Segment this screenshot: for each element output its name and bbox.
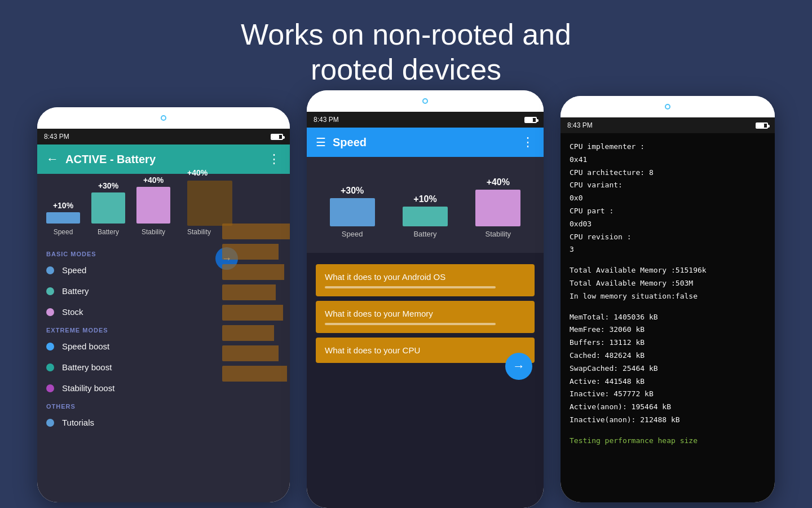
phone-right-status-bar: 8:43 PM bbox=[561, 117, 775, 133]
toolbar-teal: ← ACTIVE - Battery ⋮ bbox=[37, 144, 290, 174]
center-bar-stability: +40% Stability bbox=[475, 177, 520, 238]
phone-left-screen: ← ACTIVE - Battery ⋮ +10% Speed +30% Bat… bbox=[37, 144, 290, 502]
info-cards-wrapper: What it does to your Android OS What it … bbox=[307, 259, 544, 369]
arrow-button-center[interactable]: → bbox=[505, 353, 532, 380]
phone-center-dot bbox=[422, 98, 428, 104]
list-label-stability-boost: Stability boost bbox=[62, 383, 114, 393]
bar-speed-rect bbox=[46, 212, 80, 224]
list-label-tutorials: Tutorials bbox=[62, 418, 94, 427]
phone-left: 8:43 PM ← ACTIVE - Battery ⋮ +10% Speed bbox=[37, 107, 290, 502]
info-card-memory-label: What it does to your Memory bbox=[325, 309, 433, 318]
phone-right-screen: CPU implementer : 0x41 CPU architecture:… bbox=[561, 133, 775, 502]
section-others: OTHERS bbox=[37, 398, 290, 412]
overlay-label: +40% bbox=[187, 168, 232, 177]
bar-stability-top: +40% bbox=[143, 176, 164, 185]
center-stability-bottom: Stability bbox=[486, 230, 511, 238]
cpu-revision-label: CPU revision : bbox=[570, 231, 766, 243]
phone-center-screen: ☰ Speed ⋮ +30% Speed +10% Battery bbox=[307, 128, 544, 508]
total-mem-2: Total Available Memory :503M bbox=[570, 278, 766, 290]
battery-icon-right bbox=[756, 122, 768, 129]
toolbar-blue: ☰ Speed ⋮ bbox=[307, 128, 544, 157]
mem-inactive: Inactive: 457772 kB bbox=[570, 388, 766, 400]
stability-bar-overlay bbox=[187, 181, 232, 226]
dot-battery bbox=[46, 287, 54, 295]
phone-center-top bbox=[307, 90, 544, 112]
center-battery-bottom: Battery bbox=[413, 230, 436, 238]
list-label-speed: Speed bbox=[62, 265, 86, 275]
list-item-tutorials[interactable]: Tutorials bbox=[37, 412, 290, 433]
toolbar-title-center: Speed bbox=[333, 136, 515, 149]
header-title-line1: Works on non-rooted and bbox=[0, 17, 812, 52]
phone-right-dot bbox=[665, 104, 670, 110]
center-stability-top: +40% bbox=[487, 177, 510, 187]
bar-speed-top: +10% bbox=[53, 201, 73, 210]
center-speed-rect bbox=[330, 198, 375, 226]
footer-green: Testing performance heap size bbox=[570, 435, 766, 447]
list-label-battery: Battery bbox=[62, 286, 89, 296]
dot-stock bbox=[46, 308, 54, 316]
mem-active: Active: 441548 kB bbox=[570, 376, 766, 388]
center-speed-bottom: Speed bbox=[342, 230, 363, 238]
total-mem-1: Total Available Memory :515196k bbox=[570, 265, 766, 277]
dot-battery-boost bbox=[46, 364, 54, 371]
info-card-memory-bar bbox=[325, 323, 496, 325]
list-label-stock: Stock bbox=[62, 307, 83, 317]
cpu-part-val: 0xd03 bbox=[570, 218, 766, 230]
phones-container: 8:43 PM ← ACTIVE - Battery ⋮ +10% Speed bbox=[0, 90, 812, 508]
center-speed-top: +30% bbox=[341, 186, 364, 196]
bar-stability-rect bbox=[136, 187, 170, 224]
dot-speed bbox=[46, 266, 54, 274]
cpu-variant-val: 0x0 bbox=[570, 192, 766, 204]
phone-right-top bbox=[561, 96, 775, 117]
list-label-battery-boost: Battery boost bbox=[62, 362, 112, 372]
status-time-right: 8:43 PM bbox=[567, 121, 593, 129]
info-card-android[interactable]: What it does to your Android OS bbox=[316, 264, 535, 296]
bar-speed-bottom: Speed bbox=[54, 228, 73, 236]
bar-battery: +30% Battery bbox=[91, 181, 125, 236]
dot-stability-boost bbox=[46, 384, 54, 392]
phone-left-status-bar: 8:43 PM bbox=[37, 129, 290, 144]
cpu-variant-label: CPU variant: bbox=[570, 179, 766, 191]
cpu-info-panel: CPU implementer : 0x41 CPU architecture:… bbox=[561, 133, 775, 456]
back-icon[interactable]: ← bbox=[46, 152, 59, 167]
info-card-cpu-label: What it does to your CPU bbox=[325, 345, 420, 355]
center-battery-rect bbox=[403, 207, 448, 226]
active-anon: Active(anon): 195464 kB bbox=[570, 401, 766, 413]
bar-speed: +10% Speed bbox=[46, 201, 80, 236]
bar-battery-rect bbox=[91, 192, 125, 224]
battery-icon-center bbox=[524, 117, 537, 123]
cpu-part-label: CPU part : bbox=[570, 205, 766, 217]
low-mem: In low memory situation:false bbox=[570, 291, 766, 303]
status-time-left: 8:43 PM bbox=[44, 133, 69, 141]
cpu-arch-label: CPU architecture: 8 bbox=[570, 167, 766, 179]
info-card-memory[interactable]: What it does to your Memory bbox=[316, 301, 535, 333]
center-bars-area: +30% Speed +10% Battery +40% Stability bbox=[307, 157, 544, 253]
info-card-cpu[interactable]: What it does to your CPU bbox=[316, 338, 535, 363]
mem-cached: Cached: 482624 kB bbox=[570, 350, 766, 362]
decorative-bars bbox=[222, 224, 290, 382]
more-icon-center[interactable]: ⋮ bbox=[522, 135, 535, 150]
more-icon-left[interactable]: ⋮ bbox=[268, 152, 281, 167]
hamburger-icon[interactable]: ☰ bbox=[316, 135, 326, 149]
dot-tutorials bbox=[46, 419, 54, 427]
cpu-implementer-label: CPU implementer : bbox=[570, 141, 766, 153]
center-stability-rect bbox=[475, 190, 520, 226]
phone-center: 8:43 PM ☰ Speed ⋮ +30% Speed bbox=[307, 90, 544, 508]
mem-free: MemFree: 32060 kB bbox=[570, 324, 766, 336]
status-time-center: 8:43 PM bbox=[314, 116, 339, 124]
info-cards: What it does to your Android OS What it … bbox=[307, 259, 544, 369]
center-bar-battery: +10% Battery bbox=[403, 194, 448, 238]
mem-buffers: Buffers: 13112 kB bbox=[570, 337, 766, 349]
cpu-revision-val: 3 bbox=[570, 244, 766, 256]
header-section: Works on non-rooted and rooted devices bbox=[0, 0, 812, 99]
list-label-speed-boost: Speed boost bbox=[62, 341, 109, 351]
info-card-android-label: What it does to your Android OS bbox=[325, 272, 445, 282]
bar-battery-top: +30% bbox=[98, 181, 118, 190]
dot-speed-boost bbox=[46, 343, 54, 351]
center-bar-speed: +30% Speed bbox=[330, 186, 375, 238]
mem-total: MemTotal: 1405036 kB bbox=[570, 312, 766, 323]
bar-stability-bottom: Stability bbox=[142, 228, 165, 236]
center-battery-top: +10% bbox=[413, 194, 436, 204]
bar-battery-bottom: Battery bbox=[98, 228, 119, 236]
swap-cached: SwapCached: 25464 kB bbox=[570, 363, 766, 375]
